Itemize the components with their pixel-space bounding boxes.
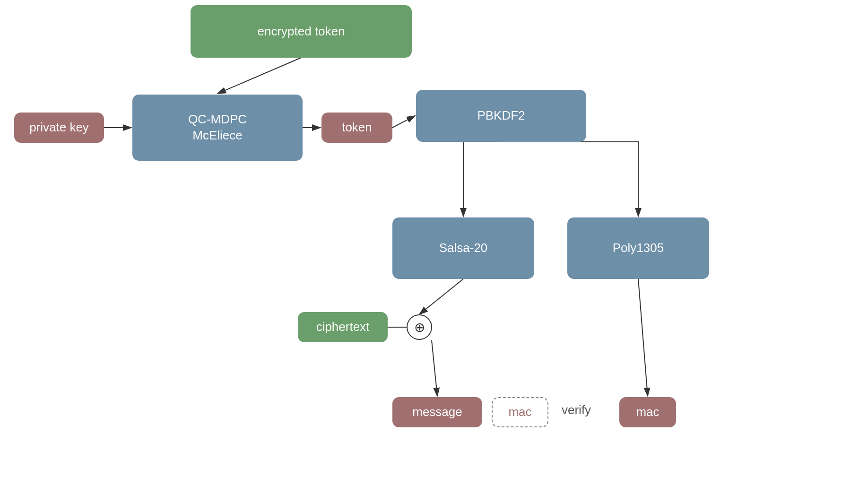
salsa20-label: Salsa-20 bbox=[439, 240, 488, 256]
encrypted-token-label: encrypted token bbox=[257, 24, 345, 40]
qc-mdpc-node: QC-MDPCMcEliece bbox=[132, 95, 303, 161]
mac-right-label: mac bbox=[636, 404, 659, 420]
svg-line-3 bbox=[392, 116, 415, 128]
salsa20-node: Salsa-20 bbox=[392, 217, 534, 279]
diagram-container: encrypted token private key QC-MDPCMcEli… bbox=[0, 0, 868, 503]
message-node: message bbox=[392, 397, 482, 427]
poly1305-node: Poly1305 bbox=[567, 217, 709, 279]
private-key-node: private key bbox=[14, 113, 104, 143]
verify-label: verify bbox=[562, 403, 591, 417]
svg-line-4 bbox=[419, 279, 463, 314]
message-label: message bbox=[412, 404, 462, 420]
pbkdf2-node: PBKDF2 bbox=[416, 90, 586, 142]
token-node: token bbox=[321, 113, 392, 143]
poly1305-label: Poly1305 bbox=[613, 240, 664, 256]
token-label: token bbox=[342, 120, 372, 136]
svg-line-7 bbox=[638, 279, 648, 396]
mac-left-label: mac bbox=[508, 404, 531, 420]
private-key-label: private key bbox=[29, 120, 89, 136]
ciphertext-node: ciphertext bbox=[298, 312, 388, 342]
mac-left-node: mac bbox=[492, 397, 548, 427]
mac-right-node: mac bbox=[619, 397, 676, 427]
encrypted-token-node: encrypted token bbox=[191, 5, 412, 58]
xor-node: ⊕ bbox=[407, 314, 432, 340]
pbkdf2-label: PBKDF2 bbox=[477, 108, 525, 124]
ciphertext-label: ciphertext bbox=[316, 319, 370, 335]
xor-symbol: ⊕ bbox=[414, 320, 425, 335]
svg-line-0 bbox=[217, 58, 301, 94]
svg-line-6 bbox=[432, 340, 437, 396]
qc-mdpc-label: QC-MDPCMcEliece bbox=[188, 112, 247, 144]
